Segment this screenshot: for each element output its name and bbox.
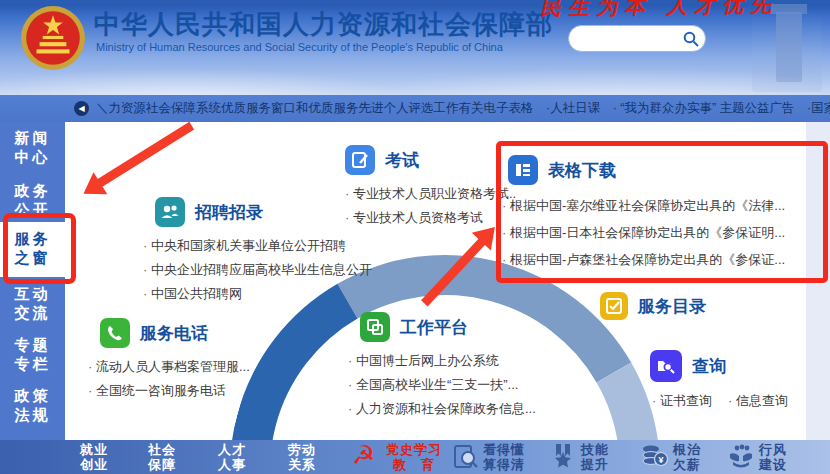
bottom-item-talent[interactable]: 人才 人事 [218, 442, 246, 472]
doc-magnifier-icon[interactable] [452, 444, 478, 474]
layers-icon [360, 312, 390, 342]
link-item[interactable]: 全国统一咨询服务电话 [88, 379, 250, 403]
news-ticker[interactable]: ◀ ＼力资源社会保障系统优质服务窗口和优质服务先进个人评选工作有关电子表格 ·人… [0, 95, 830, 122]
section-work-platform: 工作平台 中国博士后网上办公系统 全国高校毕业生“三支一扶”... 人力资源和社… [360, 312, 536, 421]
link-item[interactable]: 根据中国-日本社会保障协定出具的《参保证明... [502, 219, 785, 246]
sidebar-item-policies[interactable]: 政策 法规 [0, 386, 65, 424]
section-service-directory: 服务目录 [600, 292, 706, 320]
sidebar-nav: 新闻 中心 政务 公开 服务 之窗 互动 交流 专题 专栏 政策 法规 [0, 122, 65, 440]
search-box[interactable] [568, 25, 706, 52]
section-query-header[interactable]: 查询 [650, 350, 788, 382]
table-grid-icon [508, 155, 538, 185]
link-item[interactable]: 根据中国-卢森堡社会保障协定出具的《参保证... [502, 246, 785, 273]
party-emblem-icon[interactable]: ☭ [352, 440, 375, 470]
section-exam-header[interactable]: 考试 [345, 145, 516, 175]
calligraphy-slogan: 民生为本 人才优先 [540, 0, 779, 22]
section-title[interactable]: 考试 [385, 149, 419, 172]
bottom-item-party-history[interactable]: 党史学习 教 育 [386, 442, 442, 472]
site-header: 中华人民共和国人力资源和社会保障部 Ministry of Human Reso… [0, 0, 830, 95]
bottom-item-social-security[interactable]: 社会 保障 [148, 442, 176, 472]
bottom-item-work-style[interactable]: 行风 建设 [759, 442, 787, 472]
bottom-item-employment[interactable]: 就业 创业 [80, 442, 108, 472]
right-edge-panel [806, 122, 830, 440]
link-item[interactable]: 中央和国家机关事业单位公开招聘 [143, 234, 372, 258]
sidebar-item-special-topics[interactable]: 专题 专栏 [0, 335, 65, 373]
bottom-item-wage-arrears[interactable]: 根治 欠薪 [673, 442, 701, 472]
folder-search-icon [650, 350, 682, 382]
section-forms-header[interactable]: 表格下载 [508, 155, 785, 185]
bottom-item-understand-calculate[interactable]: 看得懂 算得清 [483, 442, 525, 472]
search-icon[interactable] [683, 31, 699, 47]
section-recruit-header[interactable]: 招聘招录 [155, 197, 372, 227]
section-title[interactable]: 服务目录 [638, 295, 706, 318]
section-platform-header[interactable]: 工作平台 [360, 312, 536, 342]
main-content: 考试 专业技术人员职业资格考试.. 专业技术人员资格考试 招聘招录 中央和国家机… [65, 122, 830, 440]
coins-icon[interactable]: ¥ [641, 443, 669, 474]
link-item[interactable]: 证书查询 [652, 389, 712, 413]
award-ribbon-icon[interactable] [551, 444, 575, 474]
link-item[interactable]: 信息查询 [728, 389, 788, 413]
section-title[interactable]: 表格下载 [548, 159, 616, 182]
site-subtitle-en: Ministry of Human Resources and Social S… [96, 41, 503, 53]
hands-care-icon[interactable] [727, 444, 755, 473]
mountains-decoration [0, 61, 830, 95]
link-item[interactable]: 中国博士后网上办公系统 [348, 349, 536, 373]
ticker-prev-icon[interactable]: ◀ [74, 101, 89, 116]
section-title[interactable]: 工作平台 [400, 316, 468, 339]
search-input[interactable] [581, 32, 683, 46]
section-query: 查询 证书查询 信息查询 [650, 350, 788, 413]
link-item[interactable]: 流动人员人事档案管理服... [88, 355, 250, 379]
link-item[interactable]: 中国公共招聘网 [143, 282, 372, 306]
phone-icon [100, 318, 130, 348]
section-service-phone: 服务电话 流动人员人事档案管理服... 全国统一咨询服务电话 [100, 318, 250, 403]
sidebar-item-service-window[interactable]: 服务 之窗 [0, 229, 65, 267]
link-item[interactable]: 根据中国-塞尔维亚社会保障协定出具的《法律... [502, 192, 785, 219]
sidebar-item-interaction[interactable]: 互动 交流 [0, 284, 65, 322]
bottom-item-labor-relations[interactable]: 劳动 关系 [288, 442, 316, 472]
section-directory-header[interactable]: 服务目录 [600, 292, 706, 320]
link-item[interactable]: 全国高校毕业生“三支一扶”... [348, 373, 536, 397]
checklist-icon [600, 292, 628, 320]
site-title: 中华人民共和国人力资源和社会保障部 [94, 7, 553, 42]
bottom-nav-bar: 就业 创业 社会 保障 人才 人事 劳动 关系 ☭ 党史学习 教 育 看得懂 算… [0, 440, 830, 474]
section-title[interactable]: 查询 [692, 355, 726, 378]
svg-text:¥: ¥ [658, 455, 663, 465]
people-icon [155, 197, 185, 227]
sidebar-item-news[interactable]: 新闻 中心 [0, 128, 65, 166]
exam-icon [345, 145, 375, 175]
link-item[interactable]: 中央企业招聘应届高校毕业生信息公开 [143, 258, 372, 282]
section-phone-header[interactable]: 服务电话 [100, 318, 250, 348]
sidebar-item-gov-affairs[interactable]: 政务 公开 [0, 181, 65, 219]
section-recruit: 招聘招录 中央和国家机关事业单位公开招聘 中央企业招聘应届高校毕业生信息公开 中… [155, 197, 372, 306]
section-form-download: 表格下载 根据中国-塞尔维亚社会保障协定出具的《法律... 根据中国-日本社会保… [508, 155, 785, 273]
ticker-text[interactable]: ＼力资源社会保障系统优质服务窗口和优质服务先进个人评选工作有关电子表格 ·人社日… [96, 100, 830, 117]
section-title[interactable]: 服务电话 [140, 322, 208, 345]
link-item[interactable]: 人力资源和社会保障政务信息... [348, 397, 536, 421]
section-title[interactable]: 招聘招录 [195, 201, 263, 224]
bottom-item-skill-improvement[interactable]: 技能 提升 [581, 442, 609, 472]
